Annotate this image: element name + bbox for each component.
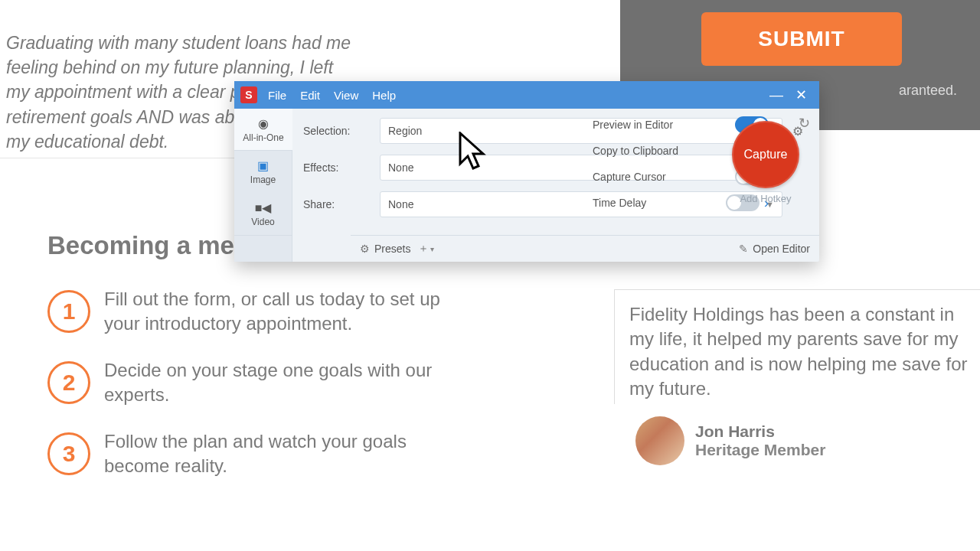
step-item: 2 Decide on your stage one goals with ou… xyxy=(47,358,461,408)
toggle-label-delay: Time Delay xyxy=(593,197,646,209)
steps-list: 1 Fill out the form, or call us today to… xyxy=(47,287,461,500)
step-item: 3 Follow the plan and watch your goals b… xyxy=(47,429,461,479)
dropdown-value: None xyxy=(388,161,413,174)
minimize-button[interactable]: — xyxy=(764,87,789,103)
titlebar[interactable]: S File Edit View Help — ✕ xyxy=(234,81,819,109)
open-editor-button[interactable]: ✎ Open Editor xyxy=(739,243,810,255)
presets-gear-icon[interactable]: ⚙ xyxy=(360,243,370,255)
testimonial-right: Fidelity Holdings has been a constant in… xyxy=(629,302,974,402)
author-role: Heritage Member xyxy=(695,441,825,459)
author-name: Jon Harris xyxy=(695,422,825,441)
share-label: Share: xyxy=(303,198,380,210)
snagit-window: S File Edit View Help — ✕ ◉ All-in-One ▣… xyxy=(234,81,819,262)
tab-label: Video xyxy=(251,217,274,227)
edit-icon: ✎ xyxy=(739,243,748,255)
camera-icon: ▣ xyxy=(257,158,269,173)
toggle-label-cursor: Capture Cursor xyxy=(593,171,666,183)
tab-video[interactable]: ■◀ Video xyxy=(234,193,292,235)
toggle-label-copy: Copy to Clipboard xyxy=(593,145,678,157)
menu-help[interactable]: Help xyxy=(372,89,396,102)
close-button[interactable]: ✕ xyxy=(789,86,813,103)
presets-label[interactable]: Presets xyxy=(374,243,410,255)
dropdown-value: None xyxy=(388,198,413,210)
add-hotkey-link[interactable]: Add Hotkey xyxy=(720,193,812,204)
avatar xyxy=(635,416,684,465)
refresh-icon: ↻ xyxy=(799,116,810,131)
menu-view[interactable]: View xyxy=(334,89,358,102)
open-editor-label: Open Editor xyxy=(753,243,810,255)
tab-label: All-in-One xyxy=(243,132,283,143)
tab-image[interactable]: ▣ Image xyxy=(234,151,292,193)
app-icon: S xyxy=(240,86,257,103)
testimonial-author: Jon Harris Heritage Member xyxy=(635,416,825,465)
effects-label: Effects: xyxy=(303,161,380,174)
step-text: Follow the plan and watch your goals bec… xyxy=(104,429,461,479)
dropdown-value: Region xyxy=(388,125,422,137)
step-number-badge: 2 xyxy=(47,361,90,404)
cta-note: aranteed. xyxy=(899,83,957,99)
toggle-label-preview: Preview in Editor xyxy=(593,119,673,131)
selection-label: Selection: xyxy=(303,125,380,137)
step-text: Fill out the form, or call us today to s… xyxy=(104,287,461,337)
step-number-badge: 3 xyxy=(47,432,90,475)
tab-label: Image xyxy=(250,174,276,185)
video-icon: ■◀ xyxy=(255,201,272,215)
tab-all-in-one[interactable]: ◉ All-in-One xyxy=(234,109,292,151)
target-icon: ◉ xyxy=(258,116,269,131)
menu-edit[interactable]: Edit xyxy=(300,89,320,102)
add-preset-button[interactable]: ＋▾ xyxy=(418,242,434,256)
capture-button[interactable]: Capture xyxy=(732,121,799,188)
menu-file[interactable]: File xyxy=(268,89,286,102)
submit-button[interactable]: SUBMIT xyxy=(701,12,902,66)
capture-mode-tabs: ◉ All-in-One ▣ Image ■◀ Video xyxy=(234,109,292,262)
step-item: 1 Fill out the form, or call us today to… xyxy=(47,287,461,337)
step-text: Decide on your stage one goals with our … xyxy=(104,358,461,408)
reset-button[interactable]: ↻ xyxy=(799,115,810,132)
step-number-badge: 1 xyxy=(47,290,90,333)
